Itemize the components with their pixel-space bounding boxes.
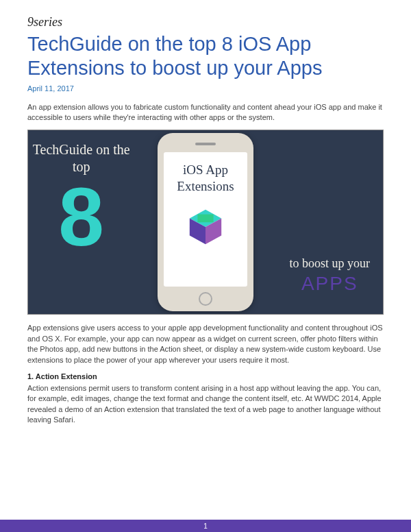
hero-image: TechGuide on the top 8 iOS App Extension… — [27, 130, 384, 315]
hero-right-panel: to boost up your APPS — [277, 130, 383, 314]
cube-icon — [186, 207, 225, 247]
section-1-body: Action extensions permit users to transf… — [27, 383, 384, 426]
intro-paragraph: An app extension allows you to fabricate… — [27, 102, 384, 123]
section-1-heading: 1. Action Extension — [27, 372, 384, 380]
footer-bar: 1 — [0, 520, 411, 532]
document-page: 9series TechGuide on the top 8 iOS App E… — [0, 0, 411, 426]
svg-marker-3 — [197, 215, 213, 223]
page-number: 1 — [203, 522, 208, 530]
hero-big-number: 8 — [58, 180, 104, 254]
hero-center-panel: iOS App Extensions — [134, 130, 276, 314]
phone-line2: Extensions — [177, 179, 234, 193]
phone-screen-text: iOS App Extensions — [177, 162, 234, 195]
article-title: TechGuide on the top 8 iOS App Extension… — [27, 32, 384, 80]
body-paragraph: App extensions give users access to your… — [27, 323, 384, 365]
phone-home-button — [199, 292, 212, 306]
phone-mockup: iOS App Extensions — [158, 133, 253, 311]
hero-right-apps-text: APPS — [301, 273, 358, 295]
hero-left-panel: TechGuide on the top 8 — [28, 130, 134, 314]
hero-right-text: to boost up your — [290, 256, 371, 271]
phone-speaker — [195, 143, 216, 145]
brand-logo: 9series — [27, 15, 384, 29]
article-date: April 11, 2017 — [27, 84, 384, 93]
phone-screen: iOS App Extensions — [164, 152, 247, 287]
phone-line1: iOS App — [183, 162, 228, 177]
